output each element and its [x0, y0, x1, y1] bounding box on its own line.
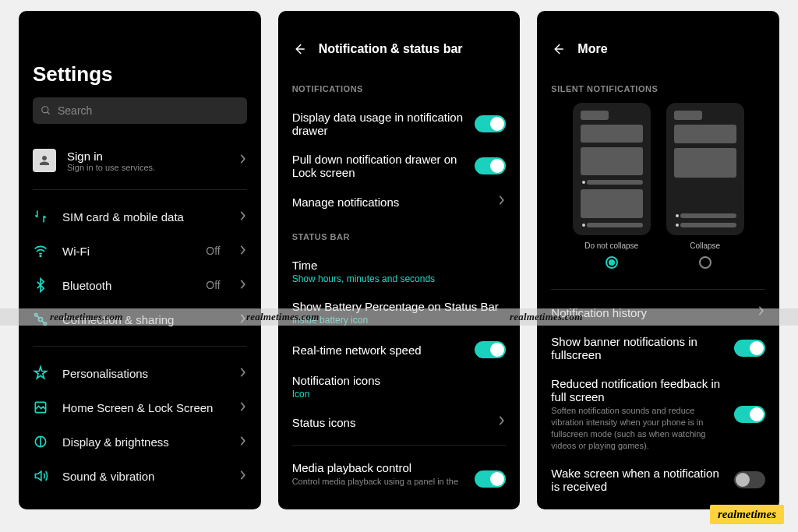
row-label: Reduced notification feedback in full sc…	[551, 377, 725, 403]
toggle-reduced-feedback[interactable]	[734, 406, 765, 423]
sign-in-sub: Sign in to use services.	[67, 163, 155, 172]
divider	[33, 346, 247, 347]
toggle-network-speed[interactable]	[475, 341, 506, 358]
preview-phone-graphic	[666, 103, 744, 235]
realmetimes-badge: realmetimes	[710, 505, 784, 524]
row-network-speed[interactable]: Real-time network speed	[292, 333, 507, 366]
row-state: Off	[206, 279, 220, 291]
chevron-right-icon	[498, 415, 506, 429]
row-notification-icons[interactable]: Notification icons Icon	[292, 366, 507, 407]
preview-label: Collapse	[690, 241, 720, 250]
row-personalisations[interactable]: Personalisations	[33, 356, 247, 390]
row-manage-notifications[interactable]: Manage notifications	[292, 187, 507, 217]
row-label: Display data usage in notification drawe…	[292, 111, 466, 137]
row-label: Bluetooth	[62, 279, 192, 292]
divider	[551, 289, 765, 290]
chevron-right-icon	[498, 195, 506, 209]
row-label: Personalisations	[62, 367, 225, 380]
chevron-right-icon	[239, 470, 247, 483]
back-icon[interactable]	[551, 42, 565, 56]
row-wifi[interactable]: Wi-Fi Off	[33, 234, 247, 268]
row-sound-vibration[interactable]: Sound & vibration	[33, 459, 247, 493]
row-sub: Show hours, minutes and seconds	[292, 273, 507, 284]
svg-line-1	[48, 112, 50, 115]
brightness-icon	[33, 434, 48, 449]
row-label: Media playback control	[292, 461, 466, 474]
row-status-icons[interactable]: Status icons	[292, 407, 507, 437]
bluetooth-icon	[33, 277, 48, 293]
row-media-playback[interactable]: Media playback control Control media pla…	[292, 453, 507, 488]
sim-icon	[33, 209, 48, 224]
chevron-right-icon	[239, 153, 247, 167]
radio-do-not-collapse[interactable]	[606, 256, 618, 269]
toggle-media-playback[interactable]	[475, 470, 506, 488]
toggle-wake-screen[interactable]	[734, 471, 765, 488]
phone-notification-status-bar: Notification & status bar NOTIFICATIONS …	[278, 11, 521, 509]
section-label-notifications: NOTIFICATIONS	[292, 84, 507, 93]
chevron-right-icon	[239, 401, 247, 414]
wifi-icon	[33, 243, 48, 259]
nav-bar	[278, 494, 521, 505]
chevron-right-icon	[239, 435, 247, 449]
toggle-data-usage[interactable]	[475, 115, 506, 132]
preview-phone-graphic	[573, 103, 651, 235]
row-label: Sound & vibration	[62, 470, 225, 483]
row-home-lock-screen[interactable]: Home Screen & Lock Screen	[33, 390, 247, 425]
phone-settings: Settings Search Sign in Sign in to use s…	[19, 11, 261, 509]
row-label: Wi-Fi	[62, 245, 192, 258]
search-input[interactable]: Search	[33, 97, 247, 124]
row-time[interactable]: Time Show hours, minutes and seconds	[292, 251, 507, 292]
row-state: Off	[206, 245, 220, 257]
search-icon	[41, 105, 51, 116]
row-sim-data[interactable]: SIM card & mobile data	[33, 199, 247, 234]
row-label: Wake screen when a notification is recei…	[551, 467, 725, 493]
svg-point-0	[42, 107, 48, 113]
row-sub: Soften notification sounds and reduce vi…	[551, 405, 725, 451]
chevron-right-icon	[239, 279, 247, 292]
preview-label: Do not collapse	[584, 241, 638, 250]
sign-in-title: Sign in	[67, 150, 155, 163]
row-reduced-feedback[interactable]: Reduced notification feedback in full sc…	[551, 369, 765, 459]
row-pull-down-lock[interactable]: Pull down notification drawer on Lock sc…	[292, 145, 507, 187]
preview-collapse[interactable]: Collapse	[666, 103, 744, 269]
svg-point-2	[40, 255, 41, 257]
row-bluetooth[interactable]: Bluetooth Off	[33, 268, 247, 302]
row-display-brightness[interactable]: Display & brightness	[33, 425, 247, 459]
back-icon[interactable]	[292, 42, 306, 56]
page-title: Settings	[33, 62, 247, 86]
watermark-text: realmetimes.com	[246, 311, 320, 323]
silent-notification-preview: Do not collapse Collapse	[551, 103, 765, 269]
row-banner-fullscreen[interactable]: Show banner notifications in fullscreen	[551, 327, 765, 369]
section-label-status-bar: STATUS BAR	[292, 232, 507, 241]
toggle-banner-fullscreen[interactable]	[734, 340, 765, 357]
preview-do-not-collapse[interactable]: Do not collapse	[573, 103, 651, 269]
row-label: Pull down notification drawer on Lock sc…	[292, 153, 466, 179]
row-label: Display & brightness	[62, 435, 225, 449]
row-sub: Control media playback using a panel in …	[292, 476, 466, 488]
sound-icon	[33, 468, 48, 484]
chevron-right-icon	[239, 245, 247, 258]
radio-collapse[interactable]	[699, 256, 711, 269]
row-label: SIM card & mobile data	[62, 210, 225, 224]
divider	[292, 445, 507, 446]
watermark-text: realmetimes.com	[510, 311, 583, 323]
divider	[33, 189, 247, 190]
row-label: Show banner notifications in fullscreen	[551, 335, 725, 361]
sign-in-row[interactable]: Sign in Sign in to use services.	[33, 144, 247, 189]
chevron-right-icon	[239, 210, 247, 224]
row-label: Real-time network speed	[292, 344, 466, 357]
nav-bar	[19, 494, 261, 505]
personalisations-icon	[33, 365, 48, 381]
section-label-silent: SILENT NOTIFICATIONS	[551, 84, 765, 93]
toggle-pull-down[interactable]	[475, 157, 506, 174]
row-label: Status icons	[292, 416, 489, 429]
page-title: More	[577, 42, 607, 56]
phone-more: More SILENT NOTIFICATIONS Do not collaps…	[537, 11, 779, 509]
row-data-usage[interactable]: Display data usage in notification drawe…	[292, 103, 507, 145]
row-label: Manage notifications	[292, 196, 489, 209]
row-sub: Icon	[292, 389, 507, 400]
row-label: Home Screen & Lock Screen	[62, 401, 225, 414]
search-placeholder: Search	[58, 104, 92, 117]
page-title: Notification & status bar	[319, 42, 463, 56]
row-label: Time	[292, 259, 507, 272]
